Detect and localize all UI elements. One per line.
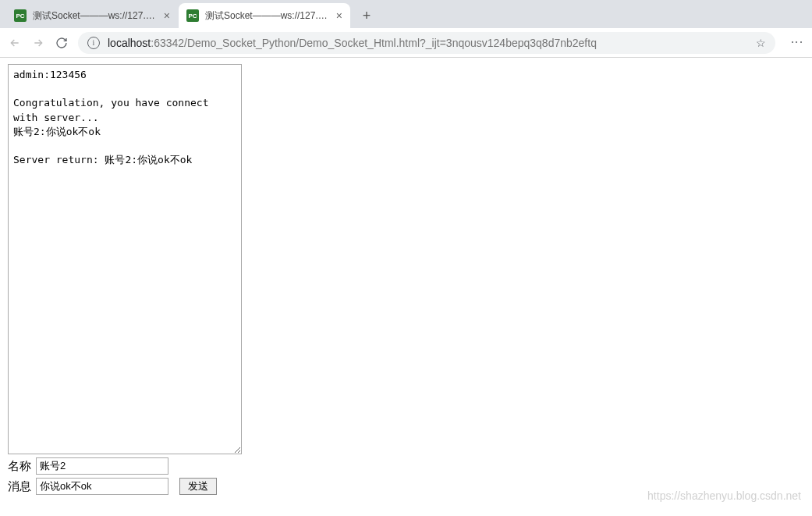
tab-title: 测试Socket———ws://127.0.0.1:8 — [205, 9, 330, 23]
close-icon[interactable]: × — [336, 9, 342, 22]
close-icon[interactable]: × — [164, 9, 170, 22]
name-label: 名称 — [8, 459, 36, 474]
bookmark-star-icon[interactable]: ☆ — [756, 37, 766, 49]
pycharm-favicon: PC — [14, 9, 27, 22]
name-input[interactable] — [36, 457, 168, 475]
message-input[interactable] — [36, 478, 168, 495]
browser-tab-bar: PC 测试Socket———ws://127.0.0.1:8 × PC 测试So… — [0, 0, 812, 28]
browser-toolbar: i localhost:63342/Demo_Socket_Python/Dem… — [0, 28, 812, 58]
url-host: localhost — [108, 37, 151, 49]
site-info-icon[interactable]: i — [87, 37, 100, 49]
pycharm-favicon: PC — [186, 9, 199, 22]
new-tab-button[interactable]: + — [356, 5, 378, 27]
browser-menu-icon[interactable]: ⋮ — [789, 36, 804, 49]
watermark-text: https://shazhenyu.blog.csdn.net — [647, 489, 801, 502]
name-row: 名称 — [8, 457, 804, 475]
forward-button[interactable] — [31, 36, 45, 50]
log-textarea[interactable] — [8, 64, 242, 454]
message-label: 消息 — [8, 479, 36, 494]
page-content: 名称 消息 发送 — [0, 58, 812, 501]
send-button[interactable]: 发送 — [179, 478, 217, 495]
back-button[interactable] — [8, 36, 22, 50]
browser-tab-1[interactable]: PC 测试Socket———ws://127.0.0.1:8 × — [179, 3, 350, 28]
address-bar[interactable]: i localhost:63342/Demo_Socket_Python/Dem… — [78, 32, 775, 54]
browser-tab-0[interactable]: PC 测试Socket———ws://127.0.0.1:8 × — [6, 3, 178, 28]
reload-button[interactable] — [55, 36, 69, 50]
url-path: :63342/Demo_Socket_Python/Demo_Socket_Ht… — [151, 37, 597, 49]
tab-title: 测试Socket———ws://127.0.0.1:8 — [33, 9, 158, 23]
